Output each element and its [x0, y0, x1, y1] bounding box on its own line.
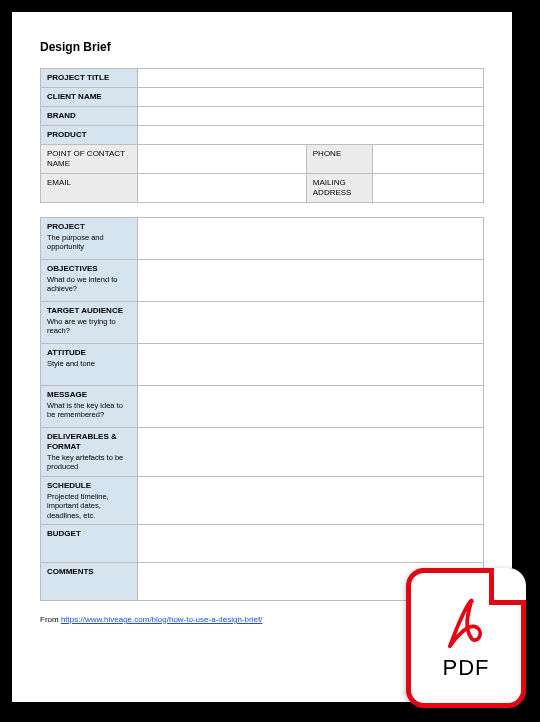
label-product: PRODUCT — [41, 126, 138, 145]
value-deliverables — [138, 428, 484, 477]
section-heading: PROJECT — [47, 222, 85, 231]
label-schedule: SCHEDULE Projected timeline, important d… — [41, 476, 138, 524]
value-project-section — [138, 218, 484, 260]
label-comments: COMMENTS — [41, 562, 138, 600]
label-project-section: PROJECT The purpose and opportunity — [41, 218, 138, 260]
label-message: MESSAGE What is the key idea to be remem… — [41, 386, 138, 428]
value-message — [138, 386, 484, 428]
value-brand — [138, 107, 484, 126]
table-row: EMAIL MAILING ADDRESS — [41, 174, 484, 203]
table-row: TARGET AUDIENCE Who are we trying to rea… — [41, 302, 484, 344]
label-mailing: MAILING ADDRESS — [306, 174, 372, 203]
table-row: PROJECT The purpose and opportunity — [41, 218, 484, 260]
value-schedule — [138, 476, 484, 524]
value-budget — [138, 524, 484, 562]
section-sub: Who are we trying to reach? — [47, 317, 131, 336]
page-title: Design Brief — [40, 40, 484, 54]
source-prefix: From — [40, 615, 61, 624]
table-row: PRODUCT — [41, 126, 484, 145]
label-email: EMAIL — [41, 174, 138, 203]
table-row: BUDGET — [41, 524, 484, 562]
label-poc: POINT OF CONTACT NAME — [41, 145, 138, 174]
section-sub: What is the key idea to be remembered? — [47, 401, 131, 420]
section-sub: The key artefacts to be produced — [47, 453, 131, 472]
label-objectives: OBJECTIVES What do we intend to achieve? — [41, 260, 138, 302]
pdf-badge: PDF — [406, 568, 526, 708]
value-attitude — [138, 344, 484, 386]
label-phone: PHONE — [306, 145, 372, 174]
section-heading: ATTITUDE — [47, 348, 86, 357]
value-poc — [138, 145, 306, 174]
value-project-title — [138, 69, 484, 88]
label-project-title: PROJECT TITLE — [41, 69, 138, 88]
pdf-icon — [439, 595, 493, 649]
table-row: SCHEDULE Projected timeline, important d… — [41, 476, 484, 524]
label-attitude: ATTITUDE Style and tone — [41, 344, 138, 386]
table-row: BRAND — [41, 107, 484, 126]
sections-table: PROJECT The purpose and opportunity OBJE… — [40, 217, 484, 601]
section-sub: Projected timeline, important dates, dea… — [47, 492, 131, 520]
source-link[interactable]: https://www.hiveage.com/blog/how-to-use-… — [61, 615, 262, 624]
section-heading: SCHEDULE — [47, 481, 91, 490]
table-row: PROJECT TITLE — [41, 69, 484, 88]
table-row: DELIVERABLES & FORMAT The key artefacts … — [41, 428, 484, 477]
label-target-audience: TARGET AUDIENCE Who are we trying to rea… — [41, 302, 138, 344]
pdf-label: PDF — [443, 655, 490, 681]
header-table: PROJECT TITLE CLIENT NAME BRAND PRODUCT … — [40, 68, 484, 203]
section-heading: MESSAGE — [47, 390, 87, 399]
section-heading: TARGET AUDIENCE — [47, 306, 123, 315]
section-heading: OBJECTIVES — [47, 264, 98, 273]
table-row: MESSAGE What is the key idea to be remem… — [41, 386, 484, 428]
label-budget: BUDGET — [41, 524, 138, 562]
table-row: ATTITUDE Style and tone — [41, 344, 484, 386]
value-product — [138, 126, 484, 145]
table-row: CLIENT NAME — [41, 88, 484, 107]
value-phone — [373, 145, 484, 174]
label-client-name: CLIENT NAME — [41, 88, 138, 107]
value-email — [138, 174, 306, 203]
section-heading: DELIVERABLES & FORMAT — [47, 432, 117, 451]
value-mailing — [373, 174, 484, 203]
section-heading: BUDGET — [47, 529, 81, 538]
value-client-name — [138, 88, 484, 107]
value-objectives — [138, 260, 484, 302]
section-heading: COMMENTS — [47, 567, 94, 576]
section-sub: What do we intend to achieve? — [47, 275, 131, 294]
table-row: POINT OF CONTACT NAME PHONE — [41, 145, 484, 174]
label-deliverables: DELIVERABLES & FORMAT The key artefacts … — [41, 428, 138, 477]
table-row: OBJECTIVES What do we intend to achieve? — [41, 260, 484, 302]
section-sub: Style and tone — [47, 359, 131, 368]
label-brand: BRAND — [41, 107, 138, 126]
value-target-audience — [138, 302, 484, 344]
section-sub: The purpose and opportunity — [47, 233, 131, 252]
